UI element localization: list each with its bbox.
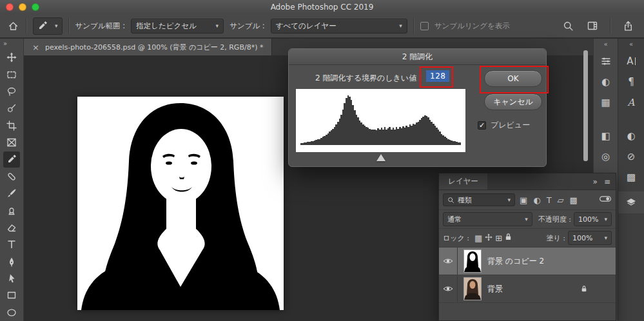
- current-tool-button[interactable]: ▾: [33, 17, 63, 35]
- eye-icon: [443, 258, 453, 264]
- preview-option: ✓ プレビュー: [478, 120, 530, 131]
- lock-label: ロック :: [443, 233, 469, 243]
- panel-dock-outer: « A ¶ A ◐ ⊘ ▩: [618, 39, 644, 321]
- threshold-dialog-title[interactable]: 2 階調化: [289, 49, 546, 65]
- layer-row-copy[interactable]: 背景 のコピー 2: [439, 248, 616, 275]
- styles-panel-icon[interactable]: ⊘: [621, 148, 641, 165]
- layer-visibility-toggle[interactable]: [439, 248, 458, 275]
- layer-thumbnail[interactable]: [463, 277, 482, 300]
- paragraph-panel-icon[interactable]: ¶: [621, 73, 641, 90]
- sample-range-value: 指定したピクセル: [136, 21, 197, 31]
- lock-position-icon[interactable]: [485, 233, 493, 243]
- lock-all-icon[interactable]: [505, 233, 512, 243]
- collapse-panel-icon[interactable]: »: [593, 177, 598, 186]
- glyphs-panel-glyph: A: [628, 97, 635, 108]
- eraser-tool[interactable]: [3, 220, 20, 235]
- color-panel-icon[interactable]: ◐: [596, 73, 616, 90]
- marquee-tool[interactable]: [3, 66, 20, 82]
- layer-name: 背景 のコピー 2: [487, 256, 544, 267]
- filter-shape-layers-icon[interactable]: ▱: [558, 195, 564, 205]
- zoom-window-button[interactable]: [32, 3, 39, 11]
- eye-icon: [443, 286, 453, 292]
- lasso-tool[interactable]: [3, 84, 20, 99]
- sample-range-select[interactable]: 指定したピクセル ▾: [131, 19, 224, 34]
- chevron-down-icon: ▾: [604, 235, 607, 241]
- tools-panel: »: [0, 39, 24, 321]
- preview-checkbox[interactable]: ✓: [478, 121, 486, 130]
- threshold-slider-handle[interactable]: [376, 154, 385, 161]
- gradients-panel-icon[interactable]: ◧: [596, 128, 616, 144]
- pen-tool[interactable]: [3, 254, 20, 269]
- expand-panels-icon[interactable]: «: [629, 39, 633, 51]
- eyedropper-tool[interactable]: [3, 151, 20, 167]
- swatches-panel-icon[interactable]: ▦: [596, 94, 616, 111]
- patterns-panel-icon[interactable]: ◎: [596, 148, 616, 165]
- ok-button[interactable]: OK: [484, 70, 542, 87]
- layers-panel: レイヤー » ≡ 種類 ▾ ▣ ◐ T ▱ ▩ 通常 ▾: [438, 173, 616, 321]
- expand-panels-icon[interactable]: «: [603, 39, 607, 51]
- filter-adjustment-layers-icon[interactable]: ◐: [533, 195, 540, 205]
- document-tab[interactable]: × pexels-photo-206558.psd @ 100% (背景 のコピ…: [24, 39, 272, 55]
- options-bar: ▾ サンプル範囲 : 指定したピクセル ▾ サンプル : すべてのレイヤー ▾ …: [0, 14, 644, 38]
- home-icon: [8, 21, 19, 32]
- rectangle-tool[interactable]: [3, 287, 20, 303]
- sample-value: すべてのレイヤー: [276, 21, 337, 31]
- cancel-button[interactable]: キャンセル: [484, 93, 542, 110]
- close-window-button[interactable]: [6, 3, 14, 11]
- frame-tool[interactable]: [3, 135, 20, 150]
- character-panel-icon[interactable]: A: [621, 53, 641, 70]
- panel-scrollbar[interactable]: [583, 50, 588, 161]
- crop-tool[interactable]: [3, 118, 20, 133]
- window-title: Adobe Photoshop CC 2019: [0, 3, 644, 12]
- minimize-window-button[interactable]: [19, 3, 26, 11]
- quick-select-tool[interactable]: [3, 101, 20, 116]
- divider: [610, 18, 611, 34]
- ellipse-tool[interactable]: [3, 305, 20, 320]
- chevron-down-icon: ▾: [399, 23, 402, 29]
- close-tab-icon[interactable]: ×: [32, 43, 39, 52]
- home-button[interactable]: [6, 19, 20, 33]
- fill-select[interactable]: 100% ▾: [568, 231, 612, 245]
- blend-mode-value: 通常: [447, 215, 462, 224]
- cursor-bar-icon: [635, 57, 636, 65]
- layer-filter-toggle[interactable]: [599, 195, 612, 205]
- layers-panel-tab-bar: レイヤー » ≡: [439, 173, 616, 190]
- blend-mode-select[interactable]: 通常 ▾: [443, 212, 532, 226]
- filter-smart-object-layers-icon[interactable]: ▩: [570, 195, 578, 205]
- sample-select[interactable]: すべてのレイヤー ▾: [271, 19, 407, 34]
- layer-thumbnail[interactable]: [463, 249, 482, 273]
- lock-transparency-icon[interactable]: ▦: [474, 233, 482, 243]
- clone-stamp-tool[interactable]: [3, 202, 20, 218]
- sample-ring-checkbox[interactable]: [420, 22, 429, 30]
- channels-panel-icon[interactable]: ▩: [621, 169, 641, 186]
- search-button[interactable]: [561, 19, 575, 33]
- search-icon: [563, 21, 574, 32]
- collapse-tools-icon[interactable]: »: [0, 39, 7, 49]
- filter-pixel-layers-icon[interactable]: ▣: [520, 195, 527, 205]
- type-tool[interactable]: [3, 237, 20, 252]
- document-canvas[interactable]: [77, 97, 284, 310]
- layer-row-background[interactable]: 背景: [439, 275, 616, 303]
- layer-filter-type-select[interactable]: 種類 ▾: [443, 193, 515, 206]
- chevron-down-icon: ▾: [216, 23, 219, 29]
- path-select-tool[interactable]: [3, 271, 20, 286]
- workspace-switcher-button[interactable]: [585, 19, 600, 32]
- brush-tool[interactable]: [3, 186, 20, 201]
- panel-menu-icon[interactable]: ≡: [604, 177, 610, 186]
- share-icon: [623, 21, 634, 32]
- layers-panel-dock-icon[interactable]: [618, 191, 644, 213]
- share-button[interactable]: [621, 19, 635, 33]
- properties-panel-icon[interactable]: [596, 53, 616, 70]
- move-tool[interactable]: [3, 50, 20, 65]
- divider: [68, 18, 70, 34]
- opacity-select[interactable]: 100% ▾: [574, 212, 612, 226]
- layer-visibility-toggle[interactable]: [439, 275, 458, 302]
- filter-type-layers-icon[interactable]: T: [547, 195, 552, 205]
- photoshop-window: Adobe Photoshop CC 2019 ▾ サンプル範囲 : 指定したピ…: [0, 0, 644, 321]
- lock-artboard-icon[interactable]: ⊞: [495, 233, 502, 243]
- adjustments-panel-icon[interactable]: ◐: [621, 128, 641, 144]
- glyphs-panel-icon[interactable]: A: [621, 94, 641, 111]
- healing-brush-tool[interactable]: [3, 169, 20, 184]
- layers-tab[interactable]: レイヤー: [439, 173, 487, 190]
- threshold-value-input[interactable]: 128: [426, 70, 449, 82]
